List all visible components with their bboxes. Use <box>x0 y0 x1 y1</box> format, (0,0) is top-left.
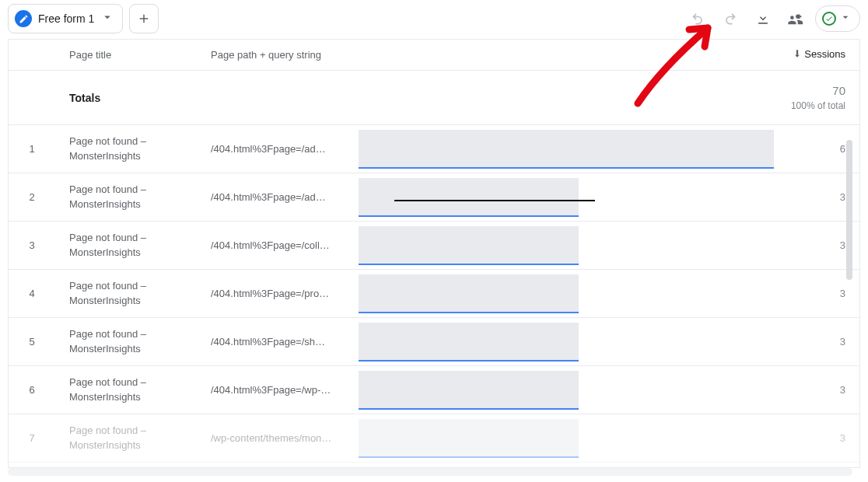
cell-page-path: /404.html%3Fpage=/coll… <box>203 239 359 251</box>
cell-page-title: Page not found –MonsterInsights <box>55 183 203 211</box>
totals-value: 70 <box>758 84 845 97</box>
cell-page-title: Page not found –MonsterInsights <box>55 327 203 355</box>
cell-sessions: 3 <box>774 384 859 396</box>
totals-label: Totals <box>55 92 203 104</box>
cell-sessions: 3 <box>774 432 859 444</box>
row-number: 5 <box>9 336 55 348</box>
cell-page-title: Page not found –MonsterInsights <box>55 279 203 307</box>
cell-page-path: /wp-content/themes/mon… <box>203 432 359 444</box>
cell-page-title: Page not found –MonsterInsights <box>55 231 203 259</box>
cell-page-title: Page not found –MonsterInsights <box>55 424 203 452</box>
column-header-page-path[interactable]: Page path + query string <box>203 49 359 61</box>
column-header-row: Page title Page path + query string Sess… <box>9 40 859 71</box>
column-header-sessions-label: Sessions <box>804 48 845 60</box>
check-icon <box>822 12 836 26</box>
totals-subtext: 100% of total <box>758 100 845 111</box>
pencil-icon <box>15 10 32 27</box>
row-number: 1 <box>9 143 55 155</box>
cell-bar <box>359 125 774 173</box>
cell-bar <box>359 318 774 365</box>
horizontal-scrollbar[interactable] <box>8 468 852 476</box>
report-tab-label: Free form 1 <box>38 12 94 25</box>
redo-button[interactable] <box>717 5 744 32</box>
report-tab[interactable]: Free form 1 <box>8 4 123 33</box>
table-row[interactable]: 1Page not found –MonsterInsights/404.htm… <box>9 125 859 173</box>
column-header-sessions[interactable]: Sessions <box>792 48 845 60</box>
sort-down-icon <box>792 48 803 59</box>
cell-bar <box>359 414 774 462</box>
row-number: 3 <box>9 239 55 251</box>
caret-down-icon <box>839 11 852 26</box>
table-row[interactable]: 2Page not found –MonsterInsights/404.htm… <box>9 173 859 222</box>
share-button[interactable] <box>782 5 809 32</box>
cell-page-path: /404.html%3Fpage=/ad… <box>203 191 359 203</box>
table-row[interactable]: 6Page not found –MonsterInsights/404.htm… <box>9 366 859 414</box>
cell-bar <box>359 222 774 269</box>
cell-sessions: 3 <box>774 336 859 348</box>
cell-page-path: /404.html%3Fpage=/ad… <box>203 143 359 155</box>
row-number: 2 <box>9 191 55 203</box>
cell-bar <box>359 270 774 317</box>
table-row[interactable]: 3Page not found –MonsterInsights/404.htm… <box>9 222 859 270</box>
row-number: 6 <box>9 384 55 396</box>
table-row[interactable]: 5Page not found –MonsterInsights/404.htm… <box>9 318 859 366</box>
toolbar: Free form 1 <box>0 0 868 37</box>
table-row[interactable]: 7Page not found –MonsterInsights/wp-cont… <box>9 414 859 463</box>
totals-row: Totals 70 100% of total <box>9 71 859 125</box>
cell-bar <box>359 173 774 221</box>
caret-down-icon <box>100 10 114 27</box>
report-table: Page title Page path + query string Sess… <box>8 39 860 468</box>
cell-page-path: /404.html%3Fpage=/wp-… <box>203 384 359 396</box>
row-number: 4 <box>9 288 55 299</box>
cell-page-title: Page not found –MonsterInsights <box>55 375 203 403</box>
undo-button[interactable] <box>684 5 711 32</box>
cell-page-path: /404.html%3Fpage=/sh… <box>203 336 359 348</box>
cell-bar <box>359 366 774 414</box>
download-button[interactable] <box>750 5 776 32</box>
add-tab-button[interactable] <box>129 4 159 33</box>
row-number: 7 <box>9 432 55 444</box>
vertical-scrollbar[interactable] <box>846 140 852 280</box>
status-chip[interactable] <box>815 5 860 32</box>
table-row[interactable]: 4Page not found –MonsterInsights/404.htm… <box>9 270 859 318</box>
cell-page-path: /404.html%3Fpage=/pro… <box>203 288 359 299</box>
column-header-page-title[interactable]: Page title <box>55 49 203 61</box>
cell-page-title: Page not found –MonsterInsights <box>55 134 203 162</box>
cell-sessions: 3 <box>774 288 859 299</box>
